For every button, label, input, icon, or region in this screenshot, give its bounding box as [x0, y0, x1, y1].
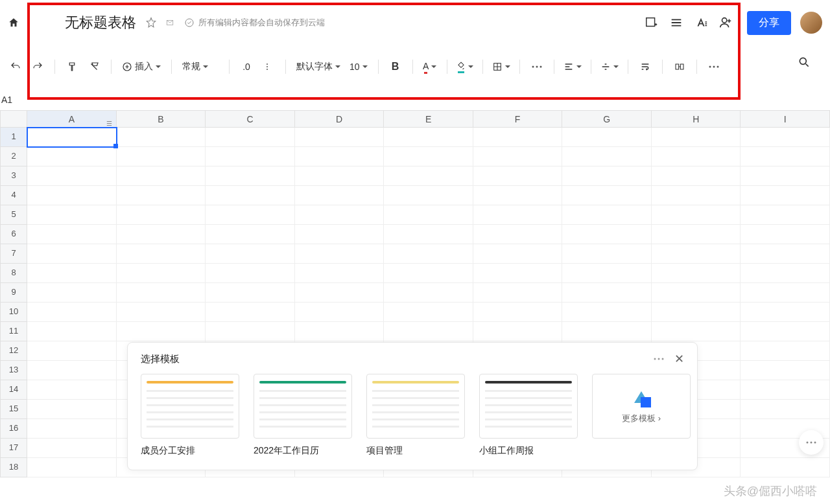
bold-button[interactable]: B: [385, 55, 406, 78]
cell[interactable]: [27, 205, 117, 225]
cell[interactable]: [27, 400, 117, 419]
number-format-menu[interactable]: 常规: [178, 55, 212, 78]
wrap-text-button[interactable]: [635, 55, 656, 78]
cell[interactable]: [295, 322, 385, 341]
cell[interactable]: [117, 128, 206, 147]
cell[interactable]: [473, 283, 563, 303]
column-header[interactable]: H: [652, 110, 741, 128]
undo-button[interactable]: [5, 55, 26, 78]
column-header[interactable]: G: [562, 110, 652, 128]
cell[interactable]: [206, 205, 295, 225]
cell[interactable]: [741, 458, 830, 477]
row-header[interactable]: 8: [0, 264, 27, 283]
cell[interactable]: [384, 283, 473, 303]
cell[interactable]: [741, 380, 830, 400]
share-button[interactable]: 分享: [747, 11, 791, 35]
cell[interactable]: [117, 303, 206, 322]
text-color-button[interactable]: A: [420, 55, 440, 78]
cell[interactable]: [652, 128, 741, 147]
cell[interactable]: [473, 322, 563, 341]
more-dots-2[interactable]: [704, 55, 724, 78]
cell[interactable]: [206, 322, 295, 341]
search-icon[interactable]: [798, 56, 811, 69]
template-card[interactable]: 项目管理: [366, 374, 465, 457]
cell[interactable]: [384, 303, 473, 322]
more-templates-card[interactable]: 更多模板 ›: [592, 374, 691, 457]
align-horizontal-button[interactable]: [561, 55, 584, 78]
cell[interactable]: [295, 186, 385, 205]
cell[interactable]: [117, 264, 206, 283]
column-header[interactable]: C: [206, 110, 295, 128]
cell[interactable]: [27, 128, 117, 147]
cell[interactable]: [27, 166, 117, 186]
cell[interactable]: [27, 244, 117, 264]
cell[interactable]: [741, 303, 830, 322]
cell[interactable]: [562, 283, 652, 303]
add-panel-icon[interactable]: [639, 10, 664, 35]
insert-menu[interactable]: 插入: [118, 55, 165, 78]
cell[interactable]: [206, 147, 295, 166]
row-header[interactable]: 9: [0, 283, 27, 303]
cell[interactable]: [384, 322, 473, 341]
merge-cells-button[interactable]: [669, 55, 690, 78]
cell[interactable]: [652, 264, 741, 283]
cell[interactable]: [117, 186, 206, 205]
redo-button[interactable]: [27, 55, 48, 78]
cell[interactable]: [295, 147, 385, 166]
cell[interactable]: [473, 303, 563, 322]
cell[interactable]: [741, 205, 830, 225]
cell[interactable]: [652, 283, 741, 303]
cell[interactable]: [384, 205, 473, 225]
column-header[interactable]: I: [741, 110, 830, 128]
cell[interactable]: [295, 128, 385, 147]
cell[interactable]: [562, 303, 652, 322]
cell[interactable]: [206, 186, 295, 205]
cell[interactable]: [27, 283, 117, 303]
cell[interactable]: [117, 166, 206, 186]
cell[interactable]: [117, 205, 206, 225]
cell[interactable]: [206, 283, 295, 303]
cell[interactable]: [562, 147, 652, 166]
row-header[interactable]: 13: [0, 361, 27, 380]
row-header[interactable]: 3: [0, 166, 27, 186]
cell[interactable]: [384, 264, 473, 283]
cell[interactable]: [206, 264, 295, 283]
format-painter-button[interactable]: [62, 55, 82, 78]
cell[interactable]: [117, 225, 206, 244]
avatar[interactable]: [800, 12, 822, 34]
cell[interactable]: [652, 186, 741, 205]
cell[interactable]: [741, 166, 830, 186]
menu-icon[interactable]: [664, 10, 689, 35]
row-header[interactable]: 11: [0, 322, 27, 341]
cell[interactable]: [384, 147, 473, 166]
cell[interactable]: [117, 147, 206, 166]
cell[interactable]: [473, 147, 563, 166]
template-card[interactable]: 小组工作周报: [479, 374, 578, 457]
cell[interactable]: [206, 128, 295, 147]
cell[interactable]: [741, 225, 830, 244]
cell[interactable]: [27, 341, 117, 361]
cell[interactable]: [295, 264, 385, 283]
help-fab[interactable]: [799, 430, 824, 455]
font-size-menu[interactable]: 10: [346, 55, 372, 78]
cell[interactable]: [27, 225, 117, 244]
row-header[interactable]: 6: [0, 225, 27, 244]
cell[interactable]: [741, 283, 830, 303]
decimal-button[interactable]: .0: [236, 55, 257, 78]
cell[interactable]: [473, 186, 563, 205]
cell[interactable]: [652, 147, 741, 166]
cell[interactable]: [741, 322, 830, 341]
row-header[interactable]: 5: [0, 205, 27, 225]
row-header[interactable]: 18: [0, 458, 27, 477]
cell[interactable]: [384, 166, 473, 186]
cell[interactable]: [473, 264, 563, 283]
cell[interactable]: [741, 264, 830, 283]
cell[interactable]: [562, 244, 652, 264]
cell[interactable]: [384, 244, 473, 264]
cell[interactable]: [27, 380, 117, 400]
text-format-icon[interactable]: [689, 10, 713, 35]
cell[interactable]: [473, 205, 563, 225]
cell[interactable]: [295, 303, 385, 322]
cell[interactable]: [562, 166, 652, 186]
cell[interactable]: [741, 341, 830, 361]
